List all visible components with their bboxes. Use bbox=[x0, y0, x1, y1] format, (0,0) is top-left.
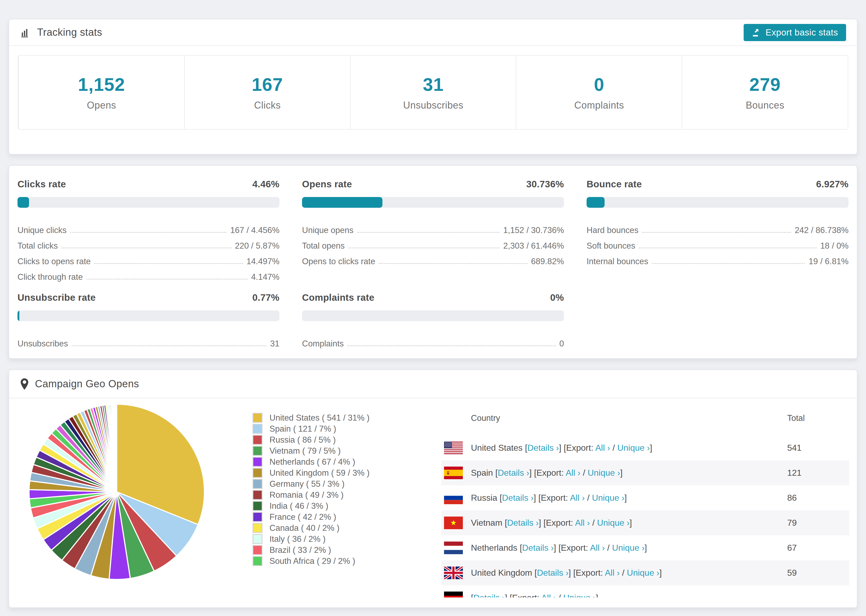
rate-detail-label: Internal bounces bbox=[587, 257, 648, 266]
rate-detail-row: Total clicks 220 / 5.87% bbox=[17, 235, 279, 251]
legend-swatch bbox=[252, 479, 263, 489]
rate-detail-label: Complaints bbox=[302, 339, 344, 349]
map-pin-icon bbox=[20, 378, 29, 390]
dotted-leader bbox=[357, 232, 499, 233]
stat-cell: 279 Bounces bbox=[682, 56, 848, 129]
pie-legend: United States ( 541 / 31% ) Spain ( 121 … bbox=[252, 412, 370, 567]
unsubscribe-rate-value: 0.77% bbox=[252, 292, 279, 303]
country-flag-icon bbox=[444, 492, 463, 504]
country-flag-icon bbox=[444, 542, 463, 554]
rate-detail-row: Hard bounces 242 / 86.738% bbox=[587, 220, 849, 235]
bounce-rate-fill bbox=[587, 197, 605, 208]
rate-detail-row: Unique clicks 167 / 4.456% bbox=[17, 220, 279, 235]
stat-value: 279 bbox=[749, 74, 781, 95]
dotted-leader bbox=[642, 232, 791, 233]
details-link[interactable]: Details › bbox=[522, 543, 553, 553]
details-link[interactable]: Details › bbox=[507, 518, 539, 528]
export-basic-stats-button[interactable]: Export basic stats bbox=[744, 24, 846, 41]
rate-detail-row: Total opens 2,303 / 61.446% bbox=[302, 235, 564, 251]
rate-detail-label: Click through rate bbox=[17, 272, 83, 282]
clicks-rate-value: 4.46% bbox=[252, 179, 279, 190]
rate-detail-row: Click through rate 4.147% bbox=[17, 266, 279, 282]
table-header-row: Country Total bbox=[441, 401, 849, 435]
export-label: Export: bbox=[566, 443, 593, 453]
export-all-link[interactable]: All › bbox=[605, 568, 620, 578]
country-name: United States bbox=[471, 443, 523, 453]
details-link[interactable]: Details › bbox=[473, 593, 505, 597]
export-all-link[interactable]: All › bbox=[575, 518, 590, 528]
export-all-link[interactable]: All › bbox=[570, 493, 585, 503]
geo-opens-pie-chart[interactable] bbox=[20, 403, 208, 583]
rates-card: Clicks rate 4.46% Unique clicks 167 / 4.… bbox=[9, 165, 857, 359]
country-flag-icon bbox=[444, 592, 463, 597]
stat-value: 0 bbox=[594, 74, 604, 95]
bounce-rate-progressbar bbox=[587, 197, 849, 208]
country-name: Spain bbox=[471, 468, 493, 478]
rate-detail-value: 1,152 / 30.736% bbox=[503, 225, 564, 235]
stat-value: 167 bbox=[252, 74, 283, 95]
legend-item: Russia ( 86 / 5% ) bbox=[252, 434, 370, 445]
country-flag-icon bbox=[444, 442, 463, 454]
empty-grid-cell bbox=[587, 292, 849, 349]
legend-swatch bbox=[252, 468, 263, 478]
export-all-link[interactable]: All › bbox=[595, 443, 610, 453]
legend-label: Vietnam ( 79 / 5% ) bbox=[269, 446, 341, 456]
legend-item: Vietnam ( 79 / 5% ) bbox=[252, 445, 370, 456]
country-total: 86 bbox=[787, 493, 849, 503]
export-unique-link[interactable]: Unique › bbox=[617, 443, 650, 453]
page-title: Tracking stats bbox=[37, 27, 102, 38]
dotted-leader bbox=[639, 248, 817, 248]
legend-label: Germany ( 55 / 3% ) bbox=[269, 479, 345, 489]
bounce-rate-title: Bounce rate bbox=[587, 179, 642, 190]
country-column-header: Country bbox=[441, 413, 787, 423]
rate-detail-row: Unique opens 1,152 / 30.736% bbox=[302, 220, 564, 235]
export-unique-link[interactable]: Unique › bbox=[592, 493, 625, 503]
stat-label: Clicks bbox=[254, 100, 281, 111]
export-unique-link[interactable]: Unique › bbox=[627, 568, 660, 578]
export-unique-link[interactable]: Unique › bbox=[587, 468, 620, 478]
legend-swatch bbox=[252, 446, 263, 456]
details-link[interactable]: Details › bbox=[537, 568, 568, 578]
legend-label: India ( 46 / 3% ) bbox=[269, 501, 328, 511]
legend-item: United Kingdom ( 59 / 3% ) bbox=[252, 467, 370, 478]
dotted-leader bbox=[379, 263, 527, 264]
dotted-leader bbox=[652, 263, 805, 264]
clicks-rate-progressbar bbox=[17, 197, 279, 208]
summary-stats-row: 1,152 Opens 167 Clicks 31 Unsubscribes 0… bbox=[18, 55, 848, 130]
export-icon bbox=[752, 28, 761, 37]
details-link[interactable]: Details › bbox=[527, 443, 559, 453]
legend-label: Italy ( 36 / 2% ) bbox=[269, 534, 326, 544]
rate-detail-value: 0 bbox=[559, 339, 564, 349]
country-name: United Kingdom bbox=[471, 568, 532, 578]
stat-cell: 0 Complaints bbox=[516, 56, 682, 129]
geo-opens-table: Country Total United States [Details ›] … bbox=[441, 401, 849, 597]
legend-swatch bbox=[252, 501, 263, 511]
legend-item: Netherlands ( 67 / 4% ) bbox=[252, 456, 370, 467]
export-unique-link[interactable]: Unique › bbox=[597, 518, 630, 528]
table-row: United Kingdom [Details ›] [Export: All … bbox=[441, 560, 849, 585]
export-unique-link[interactable]: Unique › bbox=[563, 593, 596, 597]
rate-detail-row: Internal bounces 19 / 6.81% bbox=[587, 251, 849, 266]
rate-detail-label: Unique opens bbox=[302, 225, 353, 235]
dotted-leader bbox=[348, 248, 500, 248]
details-link[interactable]: Details › bbox=[502, 493, 534, 503]
stat-label: Opens bbox=[87, 100, 116, 111]
opens-rate-value: 30.736% bbox=[526, 179, 564, 190]
export-label: Export: bbox=[576, 568, 603, 578]
export-unique-link[interactable]: Unique › bbox=[612, 543, 645, 553]
campaign-geo-opens-card: Campaign Geo Opens United States ( 541 /… bbox=[9, 369, 857, 608]
dotted-leader bbox=[87, 279, 247, 280]
export-label: Export: bbox=[537, 468, 564, 478]
export-all-link[interactable]: All › bbox=[590, 543, 605, 553]
rate-detail-row: Clicks to opens rate 14.497% bbox=[17, 251, 279, 266]
export-all-link[interactable]: All › bbox=[541, 593, 556, 597]
unsubscribe-rate-fill bbox=[17, 310, 19, 321]
export-all-link[interactable]: All › bbox=[565, 468, 580, 478]
legend-item: France ( 42 / 2% ) bbox=[252, 511, 370, 522]
dotted-leader bbox=[71, 232, 227, 233]
stat-value: 1,152 bbox=[78, 74, 125, 95]
clicks-rate-block: Clicks rate 4.46% Unique clicks 167 / 4.… bbox=[17, 179, 279, 282]
legend-swatch bbox=[252, 512, 263, 522]
rate-detail-label: Clicks to opens rate bbox=[17, 257, 91, 266]
details-link[interactable]: Details › bbox=[498, 468, 529, 478]
